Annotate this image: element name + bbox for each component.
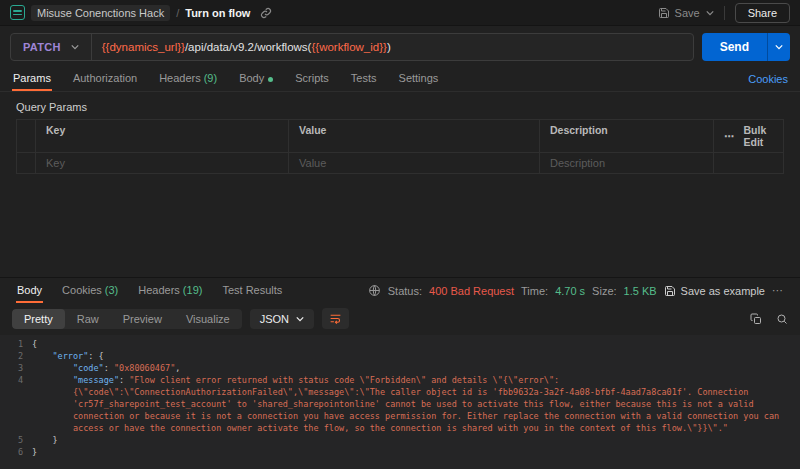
status-label: Status: [388,285,422,297]
breadcrumb-collection[interactable]: Misuse Conenctions Hack [31,5,170,21]
search-icon[interactable] [776,313,788,325]
code-line: 4"message": "Flow client error returned … [0,374,800,434]
query-params-title: Query Params [16,101,784,113]
code-line: 6} [0,446,800,458]
code-line: 5} [0,434,800,446]
send-options-chevron[interactable] [767,33,790,61]
time-label: Time: [521,285,548,297]
tab-count: (3) [105,284,118,296]
line-number: 5 [0,434,32,446]
view-tab-preview[interactable]: Preview [111,309,174,329]
token-punct: : [119,375,129,385]
save-as-example-button[interactable]: Save as example [664,285,765,297]
line-content: } [32,434,800,446]
view-tab-raw[interactable]: Raw [65,309,111,329]
value-input[interactable]: Value [288,153,539,173]
url-path-segment: ) [387,41,391,53]
response-tab-cookies[interactable]: Cookies(3) [61,279,119,303]
token-key: "code" [73,363,104,373]
tab-label: Body [239,72,264,84]
network-icon[interactable] [368,284,381,297]
tab-params[interactable]: Params [12,67,52,91]
tab-label: Body [17,284,42,296]
copy-icon[interactable] [750,313,762,325]
line-number: 1 [0,338,32,350]
tab-tests[interactable]: Tests [350,67,378,91]
line-number: 4 [0,374,32,434]
params-header-row: Key Value Description ⋯ Bulk Edit [17,120,783,153]
wrap-text-icon[interactable] [322,308,349,329]
tab-body[interactable]: Body [238,67,274,91]
key-input[interactable]: Key [35,153,288,173]
token-str: "0x80060467" [114,363,175,373]
save-icon [658,7,670,19]
token-str: "Flow client error returned with status … [73,375,784,433]
tab-settings[interactable]: Settings [398,67,440,91]
save-icon [664,285,676,297]
tab-count: (9) [204,72,217,84]
more-options-icon[interactable]: ⋯ [724,130,736,142]
tab-label: Authorization [73,72,137,84]
share-button[interactable]: Share [735,3,790,23]
column-header-key: Key [35,120,288,152]
row-handle [17,153,37,173]
status-value: 400 Bad Request [429,285,514,297]
tab-label: Scripts [295,72,329,84]
method-select[interactable]: PATCH [11,34,92,60]
tab-count: (19) [183,284,203,296]
code-line: 2"error": { [0,350,800,362]
response-more-actions[interactable]: ⋯ [772,284,784,297]
tab-authorization[interactable]: Authorization [72,67,138,91]
view-tab-visualize[interactable]: Visualize [174,309,242,329]
token-punct: { [32,339,37,349]
save-options-chevron[interactable] [706,9,714,17]
tab-label: Headers [159,72,201,84]
line-content: "error": { [32,350,800,362]
link-icon[interactable] [260,7,272,19]
collection-icon [10,5,25,20]
send-button[interactable]: Send [702,33,790,61]
token-punct: } [52,435,57,445]
size-value: 1.5 KB [624,285,657,297]
cookies-link[interactable]: Cookies [748,73,788,85]
tab-label: Settings [399,72,439,84]
send-label[interactable]: Send [702,33,767,61]
save-as-example-label: Save as example [681,285,765,297]
url-path-segment: /api/data/v9.2/workflows( [185,41,312,53]
tab-scripts[interactable]: Scripts [294,67,330,91]
response-tab-headers[interactable]: Headers(19) [137,279,203,303]
token-key: "message" [73,375,119,385]
url-variable: {{workflow_id}} [311,41,386,53]
line-content: "message": "Flow client error returned w… [32,374,800,434]
breadcrumb-separator: / [176,7,179,19]
params-empty-row: Key Value Description [17,153,783,173]
response-tab-body[interactable]: Body [16,279,43,303]
line-number: 6 [0,446,32,458]
response-body-viewer[interactable]: 1{2"error": {3"code": "0x80060467",4"mes… [0,335,800,469]
line-number: 2 [0,350,32,362]
description-input[interactable]: Description [539,153,713,173]
save-label: Save [675,7,700,19]
time-value: 4.70 s [555,285,585,297]
request-bar: PATCH {{dynamics_url}}/api/data/v9.2/wor… [0,26,800,67]
token-key: "error" [52,351,88,361]
tab-label: Headers [138,284,180,296]
response-pane: BodyCookies(3)Headers(19)Test Results St… [0,277,800,469]
tab-label: Tests [351,72,377,84]
response-tab-test-results[interactable]: Test Results [221,279,283,303]
breadcrumb-request: Turn on flow [185,7,250,19]
line-content: { [32,338,800,350]
request-tabs: ParamsAuthorizationHeaders(9)BodyScripts… [0,67,800,92]
code-line: 1{ [0,338,800,350]
row-actions [713,153,783,173]
bulk-edit-button[interactable]: Bulk Edit [744,124,774,148]
column-header-value: Value [288,120,539,152]
token-punct: , [175,363,180,373]
url-input[interactable]: {{dynamics_url}}/api/data/v9.2/workflows… [92,34,401,60]
params-table: Key Value Description ⋯ Bulk Edit Key Va… [16,119,784,174]
tab-headers[interactable]: Headers(9) [158,67,218,91]
view-tab-pretty[interactable]: Pretty [12,309,65,329]
format-select-value: JSON [260,313,289,325]
save-button[interactable]: Save [658,7,700,19]
format-select[interactable]: JSON [250,309,314,329]
